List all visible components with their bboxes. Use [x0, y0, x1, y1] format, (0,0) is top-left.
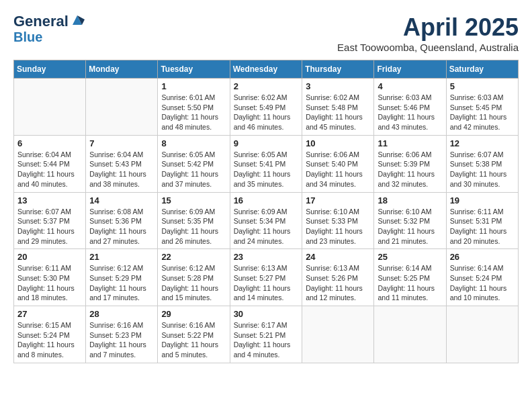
- calendar-cell: [14, 79, 86, 136]
- calendar-cell: 10Sunrise: 6:06 AM Sunset: 5:40 PM Dayli…: [302, 135, 374, 192]
- calendar-cell: 9Sunrise: 6:05 AM Sunset: 5:41 PM Daylig…: [230, 135, 302, 192]
- calendar-cell: 6Sunrise: 6:04 AM Sunset: 5:44 PM Daylig…: [14, 135, 86, 192]
- weekday-header: Saturday: [446, 60, 518, 79]
- day-number: 27: [17, 309, 82, 319]
- calendar-cell: 26Sunrise: 6:14 AM Sunset: 5:24 PM Dayli…: [446, 249, 518, 306]
- day-number: 9: [234, 138, 299, 148]
- day-info: Sunrise: 6:15 AM Sunset: 5:24 PM Dayligh…: [17, 320, 82, 360]
- day-info: Sunrise: 6:03 AM Sunset: 5:45 PM Dayligh…: [450, 93, 515, 132]
- day-number: 4: [378, 81, 442, 91]
- calendar-cell: [446, 306, 518, 363]
- day-info: Sunrise: 6:13 AM Sunset: 5:27 PM Dayligh…: [234, 263, 299, 303]
- calendar-week-row: 27Sunrise: 6:15 AM Sunset: 5:24 PM Dayli…: [14, 306, 519, 363]
- day-info: Sunrise: 6:01 AM Sunset: 5:50 PM Dayligh…: [161, 93, 226, 132]
- day-number: 19: [450, 195, 515, 205]
- logo: General Blue: [13, 13, 85, 44]
- day-info: Sunrise: 6:09 AM Sunset: 5:34 PM Dayligh…: [234, 207, 299, 246]
- calendar-cell: 3Sunrise: 6:02 AM Sunset: 5:48 PM Daylig…: [302, 79, 374, 136]
- day-info: Sunrise: 6:02 AM Sunset: 5:48 PM Dayligh…: [306, 93, 370, 132]
- day-info: Sunrise: 6:09 AM Sunset: 5:35 PM Dayligh…: [161, 207, 226, 246]
- day-number: 17: [306, 195, 370, 205]
- day-number: 14: [89, 195, 154, 205]
- day-number: 8: [161, 138, 226, 148]
- logo-icon: [70, 13, 85, 28]
- calendar-cell: 22Sunrise: 6:12 AM Sunset: 5:28 PM Dayli…: [158, 249, 230, 306]
- day-number: 30: [234, 309, 299, 319]
- calendar-cell: 19Sunrise: 6:11 AM Sunset: 5:31 PM Dayli…: [446, 192, 518, 249]
- day-info: Sunrise: 6:07 AM Sunset: 5:37 PM Dayligh…: [17, 207, 82, 246]
- calendar-cell: 5Sunrise: 6:03 AM Sunset: 5:45 PM Daylig…: [446, 79, 518, 136]
- day-number: 11: [378, 138, 442, 148]
- calendar-cell: [86, 79, 158, 136]
- calendar-cell: 14Sunrise: 6:08 AM Sunset: 5:36 PM Dayli…: [86, 192, 158, 249]
- day-number: 16: [234, 195, 299, 205]
- day-info: Sunrise: 6:17 AM Sunset: 5:21 PM Dayligh…: [234, 320, 299, 360]
- day-number: 29: [161, 309, 226, 319]
- day-info: Sunrise: 6:04 AM Sunset: 5:43 PM Dayligh…: [89, 150, 154, 189]
- day-info: Sunrise: 6:05 AM Sunset: 5:41 PM Dayligh…: [234, 150, 299, 189]
- calendar-week-row: 13Sunrise: 6:07 AM Sunset: 5:37 PM Dayli…: [14, 192, 519, 249]
- day-number: 2: [234, 81, 299, 91]
- calendar-week-row: 20Sunrise: 6:11 AM Sunset: 5:30 PM Dayli…: [14, 249, 519, 306]
- day-info: Sunrise: 6:04 AM Sunset: 5:44 PM Dayligh…: [17, 150, 82, 189]
- day-info: Sunrise: 6:16 AM Sunset: 5:22 PM Dayligh…: [161, 320, 226, 360]
- day-number: 3: [306, 81, 370, 91]
- calendar-cell: 17Sunrise: 6:10 AM Sunset: 5:33 PM Dayli…: [302, 192, 374, 249]
- calendar-header-row: SundayMondayTuesdayWednesdayThursdayFrid…: [14, 60, 519, 79]
- day-number: 7: [89, 138, 154, 148]
- calendar-cell: 7Sunrise: 6:04 AM Sunset: 5:43 PM Daylig…: [86, 135, 158, 192]
- calendar-cell: 24Sunrise: 6:13 AM Sunset: 5:26 PM Dayli…: [302, 249, 374, 306]
- calendar-cell: 16Sunrise: 6:09 AM Sunset: 5:34 PM Dayli…: [230, 192, 302, 249]
- weekday-header: Monday: [86, 60, 158, 79]
- day-number: 28: [89, 309, 154, 319]
- day-info: Sunrise: 6:14 AM Sunset: 5:25 PM Dayligh…: [378, 263, 442, 303]
- day-info: Sunrise: 6:08 AM Sunset: 5:36 PM Dayligh…: [89, 207, 154, 246]
- calendar-cell: 4Sunrise: 6:03 AM Sunset: 5:46 PM Daylig…: [374, 79, 446, 136]
- calendar-cell: 12Sunrise: 6:07 AM Sunset: 5:38 PM Dayli…: [446, 135, 518, 192]
- page-header: General Blue April 2025 East Toowoomba, …: [13, 13, 519, 53]
- day-number: 24: [306, 252, 370, 262]
- calendar-cell: [374, 306, 446, 363]
- calendar-cell: 29Sunrise: 6:16 AM Sunset: 5:22 PM Dayli…: [158, 306, 230, 363]
- day-number: 13: [17, 195, 82, 205]
- month-title: April 2025: [337, 13, 519, 42]
- calendar-cell: 8Sunrise: 6:05 AM Sunset: 5:42 PM Daylig…: [158, 135, 230, 192]
- calendar-cell: 2Sunrise: 6:02 AM Sunset: 5:49 PM Daylig…: [230, 79, 302, 136]
- weekday-header: Tuesday: [158, 60, 230, 79]
- day-info: Sunrise: 6:10 AM Sunset: 5:32 PM Dayligh…: [378, 207, 442, 246]
- logo-blue: Blue: [13, 30, 42, 44]
- weekday-header: Sunday: [14, 60, 86, 79]
- day-info: Sunrise: 6:12 AM Sunset: 5:28 PM Dayligh…: [161, 263, 226, 303]
- day-number: 6: [17, 138, 82, 148]
- calendar-cell: 18Sunrise: 6:10 AM Sunset: 5:32 PM Dayli…: [374, 192, 446, 249]
- day-info: Sunrise: 6:16 AM Sunset: 5:23 PM Dayligh…: [89, 320, 154, 360]
- day-number: 15: [161, 195, 226, 205]
- day-info: Sunrise: 6:10 AM Sunset: 5:33 PM Dayligh…: [306, 207, 370, 246]
- calendar-cell: 15Sunrise: 6:09 AM Sunset: 5:35 PM Dayli…: [158, 192, 230, 249]
- day-number: 26: [450, 252, 515, 262]
- calendar-cell: [302, 306, 374, 363]
- calendar-cell: 28Sunrise: 6:16 AM Sunset: 5:23 PM Dayli…: [86, 306, 158, 363]
- day-info: Sunrise: 6:06 AM Sunset: 5:39 PM Dayligh…: [378, 150, 442, 189]
- day-number: 10: [306, 138, 370, 148]
- calendar-week-row: 6Sunrise: 6:04 AM Sunset: 5:44 PM Daylig…: [14, 135, 519, 192]
- calendar-cell: 25Sunrise: 6:14 AM Sunset: 5:25 PM Dayli…: [374, 249, 446, 306]
- weekday-header: Wednesday: [230, 60, 302, 79]
- logo-general: General: [13, 13, 69, 30]
- day-number: 18: [378, 195, 442, 205]
- calendar-cell: 1Sunrise: 6:01 AM Sunset: 5:50 PM Daylig…: [158, 79, 230, 136]
- day-number: 21: [89, 252, 154, 262]
- day-info: Sunrise: 6:07 AM Sunset: 5:38 PM Dayligh…: [450, 150, 515, 189]
- weekday-header: Thursday: [302, 60, 374, 79]
- day-info: Sunrise: 6:11 AM Sunset: 5:31 PM Dayligh…: [450, 207, 515, 246]
- day-info: Sunrise: 6:11 AM Sunset: 5:30 PM Dayligh…: [17, 263, 82, 303]
- day-info: Sunrise: 6:03 AM Sunset: 5:46 PM Dayligh…: [378, 93, 442, 132]
- day-number: 1: [161, 81, 226, 91]
- calendar-cell: 23Sunrise: 6:13 AM Sunset: 5:27 PM Dayli…: [230, 249, 302, 306]
- day-info: Sunrise: 6:14 AM Sunset: 5:24 PM Dayligh…: [450, 263, 515, 303]
- day-number: 22: [161, 252, 226, 262]
- day-number: 25: [378, 252, 442, 262]
- calendar-cell: 11Sunrise: 6:06 AM Sunset: 5:39 PM Dayli…: [374, 135, 446, 192]
- calendar-cell: 20Sunrise: 6:11 AM Sunset: 5:30 PM Dayli…: [14, 249, 86, 306]
- title-block: April 2025 East Toowoomba, Queensland, A…: [337, 13, 519, 53]
